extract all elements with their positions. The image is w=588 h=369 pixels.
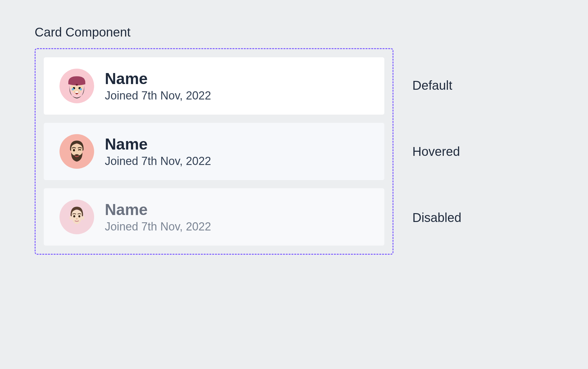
- state-label-default: Default: [412, 57, 461, 114]
- section-title: Card Component: [35, 25, 553, 39]
- svg-point-10: [70, 216, 72, 220]
- card-text: Name Joined 7th Nov, 2022: [105, 201, 211, 233]
- svg-point-0: [76, 84, 78, 86]
- avatar: [59, 200, 94, 234]
- memoji-plain-icon: [63, 202, 91, 232]
- state-label-disabled: Disabled: [412, 189, 461, 246]
- svg-point-7: [73, 215, 75, 217]
- svg-point-4: [80, 88, 82, 90]
- memoji-hat-icon: [63, 71, 91, 101]
- card-text: Name Joined 7th Nov, 2022: [105, 70, 211, 102]
- svg-point-6: [73, 149, 75, 151]
- card-subtitle: Joined 7th Nov, 2022: [105, 220, 211, 233]
- card-subtitle: Joined 7th Nov, 2022: [105, 155, 211, 168]
- svg-point-8: [78, 215, 80, 217]
- card-name: Name: [105, 70, 211, 88]
- state-labels-column: Default Hovered Disabled: [412, 48, 461, 255]
- card-subtitle: Joined 7th Nov, 2022: [105, 89, 211, 102]
- component-frame: Name Joined 7th Nov, 2022: [35, 48, 393, 255]
- state-label-hovered: Hovered: [412, 123, 461, 180]
- card-default[interactable]: Name Joined 7th Nov, 2022: [44, 57, 384, 115]
- card-name: Name: [105, 135, 211, 153]
- avatar: [59, 134, 94, 169]
- layout-row: Name Joined 7th Nov, 2022: [35, 48, 553, 255]
- memoji-beard-icon: [63, 137, 91, 166]
- card-name: Name: [105, 201, 211, 219]
- svg-rect-5: [75, 92, 79, 93]
- card-text: Name Joined 7th Nov, 2022: [105, 135, 211, 168]
- card-hovered[interactable]: Name Joined 7th Nov, 2022: [44, 123, 384, 180]
- svg-point-3: [72, 88, 74, 90]
- svg-point-11: [82, 216, 84, 220]
- svg-point-9: [76, 218, 77, 219]
- avatar: [59, 69, 94, 103]
- card-disabled: Name Joined 7th Nov, 2022: [44, 188, 384, 246]
